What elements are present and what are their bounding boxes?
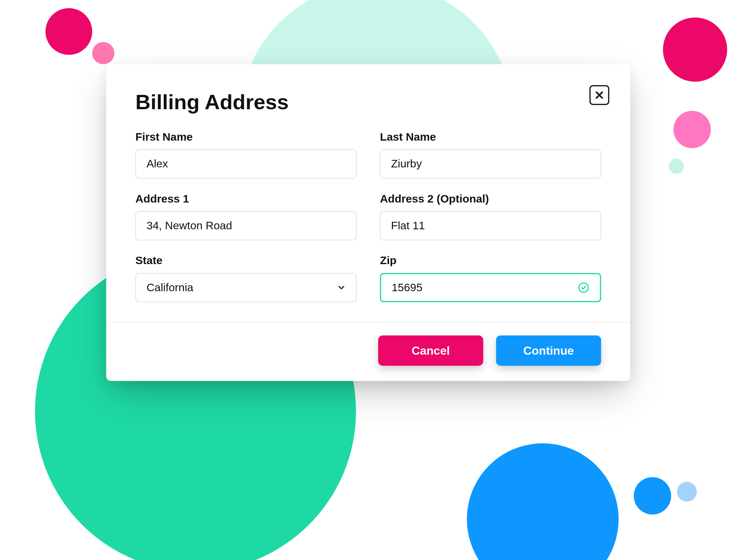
address1-value: 34, Newton Road — [147, 219, 345, 232]
state-label: State — [135, 255, 357, 267]
field-state: State California — [135, 255, 357, 302]
address2-value: Flat 11 — [391, 219, 590, 232]
last-name-label: Last Name — [380, 131, 601, 143]
decor-circle — [92, 42, 114, 64]
continue-button[interactable]: Continue — [496, 336, 601, 366]
address2-label: Address 2 (Optional) — [380, 193, 601, 205]
field-last-name: Last Name Ziurby — [380, 131, 601, 179]
address2-input[interactable]: Flat 11 — [380, 211, 601, 240]
field-first-name: First Name Alex — [135, 131, 357, 179]
decor-circle — [673, 111, 711, 148]
decor-circle — [467, 443, 619, 560]
close-icon — [595, 90, 604, 100]
first-name-value: Alex — [147, 157, 345, 170]
first-name-input[interactable]: Alex — [135, 149, 357, 179]
decor-circle — [677, 482, 697, 502]
last-name-value: Ziurby — [391, 157, 590, 170]
close-button[interactable] — [590, 85, 610, 105]
decor-circle — [46, 8, 92, 55]
modal-title: Billing Address — [135, 90, 601, 114]
field-address-2: Address 2 (Optional) Flat 11 — [380, 193, 601, 240]
chevron-down-icon — [337, 284, 345, 292]
check-circle-icon — [578, 282, 590, 294]
address1-input[interactable]: 34, Newton Road — [135, 211, 357, 240]
cancel-button[interactable]: Cancel — [378, 336, 483, 366]
field-zip: Zip 15695 — [380, 255, 601, 302]
address1-label: Address 1 — [135, 193, 357, 205]
state-value: California — [147, 281, 193, 294]
zip-input[interactable]: 15695 — [380, 273, 601, 302]
zip-value: 15695 — [391, 281, 578, 294]
zip-label: Zip — [380, 255, 601, 267]
modal-footer: Cancel Continue — [106, 322, 630, 381]
decor-circle — [634, 477, 671, 514]
svg-point-0 — [579, 283, 588, 292]
last-name-input[interactable]: Ziurby — [380, 149, 601, 179]
decor-circle — [669, 159, 684, 174]
field-address-1: Address 1 34, Newton Road — [135, 193, 357, 240]
state-select[interactable]: California — [135, 273, 357, 302]
decor-circle — [663, 18, 727, 81]
first-name-label: First Name — [135, 131, 357, 143]
billing-address-modal: Billing Address First Name Alex Last Nam… — [106, 64, 630, 381]
